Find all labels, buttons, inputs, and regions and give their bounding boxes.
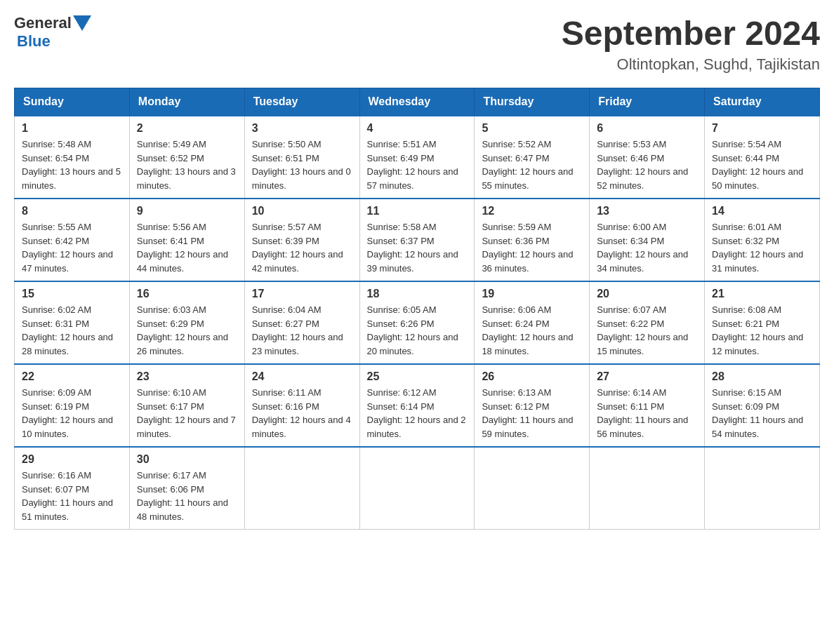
calendar-cell: 18Sunrise: 6:05 AMSunset: 6:26 PMDayligh… xyxy=(359,281,475,364)
calendar-cell: 27Sunrise: 6:14 AMSunset: 6:11 PMDayligh… xyxy=(590,364,705,447)
day-info: Sunrise: 6:06 AMSunset: 6:24 PMDaylight:… xyxy=(482,303,582,358)
day-number: 4 xyxy=(367,122,468,135)
day-number: 7 xyxy=(712,122,812,135)
calendar-table: SundayMondayTuesdayWednesdayThursdayFrid… xyxy=(14,88,820,530)
day-info: Sunrise: 6:07 AMSunset: 6:22 PMDaylight:… xyxy=(597,303,697,358)
calendar-cell: 15Sunrise: 6:02 AMSunset: 6:31 PMDayligh… xyxy=(15,281,130,364)
calendar-week-row: 29Sunrise: 6:16 AMSunset: 6:07 PMDayligh… xyxy=(15,447,820,530)
calendar-cell: 3Sunrise: 5:50 AMSunset: 6:51 PMDaylight… xyxy=(244,116,359,199)
day-number: 18 xyxy=(367,288,468,300)
day-info: Sunrise: 5:58 AMSunset: 6:37 PMDaylight:… xyxy=(367,220,468,275)
day-info: Sunrise: 6:00 AMSunset: 6:34 PMDaylight:… xyxy=(597,220,697,275)
day-info: Sunrise: 6:01 AMSunset: 6:32 PMDaylight:… xyxy=(712,220,812,275)
day-number: 14 xyxy=(712,205,812,217)
calendar-cell xyxy=(359,447,475,530)
calendar-week-row: 22Sunrise: 6:09 AMSunset: 6:19 PMDayligh… xyxy=(15,364,820,447)
day-number: 23 xyxy=(137,370,237,383)
calendar-cell xyxy=(244,447,359,530)
day-number: 20 xyxy=(597,288,697,300)
day-info: Sunrise: 6:15 AMSunset: 6:09 PMDaylight:… xyxy=(712,386,812,441)
day-info: Sunrise: 5:54 AMSunset: 6:44 PMDaylight:… xyxy=(712,137,812,192)
day-number: 25 xyxy=(367,370,468,383)
day-number: 16 xyxy=(137,288,237,300)
day-number: 28 xyxy=(712,370,812,383)
day-header-tuesday: Tuesday xyxy=(244,88,359,116)
day-info: Sunrise: 6:13 AMSunset: 6:12 PMDaylight:… xyxy=(482,386,582,441)
day-info: Sunrise: 6:16 AMSunset: 6:07 PMDaylight:… xyxy=(22,469,122,523)
day-number: 13 xyxy=(597,205,697,217)
day-number: 9 xyxy=(137,205,237,217)
calendar-cell: 2Sunrise: 5:49 AMSunset: 6:52 PMDaylight… xyxy=(129,116,244,199)
day-info: Sunrise: 6:17 AMSunset: 6:06 PMDaylight:… xyxy=(137,469,237,523)
calendar-cell xyxy=(590,447,705,530)
day-number: 22 xyxy=(22,370,122,383)
day-info: Sunrise: 6:11 AMSunset: 6:16 PMDaylight:… xyxy=(252,386,352,441)
day-number: 15 xyxy=(22,288,122,300)
calendar-cell: 8Sunrise: 5:55 AMSunset: 6:42 PMDaylight… xyxy=(15,199,130,281)
location-subtitle: Oltintopkan, Sughd, Tajikistan xyxy=(562,55,820,74)
day-number: 8 xyxy=(22,205,122,217)
day-number: 12 xyxy=(482,205,582,217)
day-number: 27 xyxy=(597,370,697,383)
calendar-week-row: 8Sunrise: 5:55 AMSunset: 6:42 PMDaylight… xyxy=(15,199,820,281)
calendar-cell: 17Sunrise: 6:04 AMSunset: 6:27 PMDayligh… xyxy=(244,281,359,364)
calendar-week-row: 1Sunrise: 5:48 AMSunset: 6:54 PMDaylight… xyxy=(15,116,820,199)
calendar-cell: 16Sunrise: 6:03 AMSunset: 6:29 PMDayligh… xyxy=(129,281,244,364)
calendar-cell: 26Sunrise: 6:13 AMSunset: 6:12 PMDayligh… xyxy=(475,364,590,447)
day-number: 26 xyxy=(482,370,582,383)
calendar-cell: 24Sunrise: 6:11 AMSunset: 6:16 PMDayligh… xyxy=(244,364,359,447)
day-info: Sunrise: 5:59 AMSunset: 6:36 PMDaylight:… xyxy=(482,220,582,275)
calendar-week-row: 15Sunrise: 6:02 AMSunset: 6:31 PMDayligh… xyxy=(15,281,820,364)
day-info: Sunrise: 5:52 AMSunset: 6:47 PMDaylight:… xyxy=(482,137,582,192)
calendar-cell: 14Sunrise: 6:01 AMSunset: 6:32 PMDayligh… xyxy=(705,199,820,281)
day-info: Sunrise: 6:10 AMSunset: 6:17 PMDaylight:… xyxy=(137,386,237,441)
day-info: Sunrise: 5:51 AMSunset: 6:49 PMDaylight:… xyxy=(367,137,468,192)
title-section: September 2024 Oltintopkan, Sughd, Tajik… xyxy=(562,14,820,74)
calendar-cell: 10Sunrise: 5:57 AMSunset: 6:39 PMDayligh… xyxy=(244,199,359,281)
calendar-cell: 22Sunrise: 6:09 AMSunset: 6:19 PMDayligh… xyxy=(15,364,130,447)
day-info: Sunrise: 5:55 AMSunset: 6:42 PMDaylight:… xyxy=(22,220,122,275)
day-number: 30 xyxy=(137,453,237,466)
day-number: 2 xyxy=(137,122,237,135)
calendar-cell: 1Sunrise: 5:48 AMSunset: 6:54 PMDaylight… xyxy=(15,116,130,199)
calendar-cell: 13Sunrise: 6:00 AMSunset: 6:34 PMDayligh… xyxy=(590,199,705,281)
calendar-cell: 4Sunrise: 5:51 AMSunset: 6:49 PMDaylight… xyxy=(359,116,475,199)
day-info: Sunrise: 5:48 AMSunset: 6:54 PMDaylight:… xyxy=(22,137,122,192)
calendar-cell: 21Sunrise: 6:08 AMSunset: 6:21 PMDayligh… xyxy=(705,281,820,364)
logo: General Blue xyxy=(14,14,91,51)
day-info: Sunrise: 6:02 AMSunset: 6:31 PMDaylight:… xyxy=(22,303,122,358)
day-number: 29 xyxy=(22,453,122,466)
calendar-cell: 20Sunrise: 6:07 AMSunset: 6:22 PMDayligh… xyxy=(590,281,705,364)
calendar-cell xyxy=(475,447,590,530)
day-header-wednesday: Wednesday xyxy=(359,88,475,116)
day-info: Sunrise: 6:05 AMSunset: 6:26 PMDaylight:… xyxy=(367,303,468,358)
day-number: 6 xyxy=(597,122,697,135)
calendar-cell: 19Sunrise: 6:06 AMSunset: 6:24 PMDayligh… xyxy=(475,281,590,364)
day-info: Sunrise: 6:08 AMSunset: 6:21 PMDaylight:… xyxy=(712,303,812,358)
day-number: 19 xyxy=(482,288,582,300)
day-header-sunday: Sunday xyxy=(15,88,130,116)
day-header-thursday: Thursday xyxy=(475,88,590,116)
calendar-cell: 23Sunrise: 6:10 AMSunset: 6:17 PMDayligh… xyxy=(129,364,244,447)
day-header-monday: Monday xyxy=(129,88,244,116)
day-info: Sunrise: 5:57 AMSunset: 6:39 PMDaylight:… xyxy=(252,220,352,275)
day-info: Sunrise: 6:09 AMSunset: 6:19 PMDaylight:… xyxy=(22,386,122,441)
day-info: Sunrise: 6:12 AMSunset: 6:14 PMDaylight:… xyxy=(367,386,468,441)
day-header-saturday: Saturday xyxy=(705,88,820,116)
day-info: Sunrise: 6:14 AMSunset: 6:11 PMDaylight:… xyxy=(597,386,697,441)
day-number: 17 xyxy=(252,288,352,300)
calendar-cell: 28Sunrise: 6:15 AMSunset: 6:09 PMDayligh… xyxy=(705,364,820,447)
day-number: 3 xyxy=(252,122,352,135)
day-info: Sunrise: 5:53 AMSunset: 6:46 PMDaylight:… xyxy=(597,137,697,192)
day-info: Sunrise: 5:50 AMSunset: 6:51 PMDaylight:… xyxy=(252,137,352,192)
month-year-title: September 2024 xyxy=(562,14,820,53)
day-info: Sunrise: 6:04 AMSunset: 6:27 PMDaylight:… xyxy=(252,303,352,358)
page-header: General Blue September 2024 Oltintopkan,… xyxy=(14,14,820,74)
calendar-cell: 30Sunrise: 6:17 AMSunset: 6:06 PMDayligh… xyxy=(129,447,244,530)
calendar-header-row: SundayMondayTuesdayWednesdayThursdayFrid… xyxy=(15,88,820,116)
day-number: 24 xyxy=(252,370,352,383)
day-number: 10 xyxy=(252,205,352,217)
calendar-cell: 9Sunrise: 5:56 AMSunset: 6:41 PMDaylight… xyxy=(129,199,244,281)
calendar-cell: 5Sunrise: 5:52 AMSunset: 6:47 PMDaylight… xyxy=(475,116,590,199)
day-info: Sunrise: 5:49 AMSunset: 6:52 PMDaylight:… xyxy=(137,137,237,192)
